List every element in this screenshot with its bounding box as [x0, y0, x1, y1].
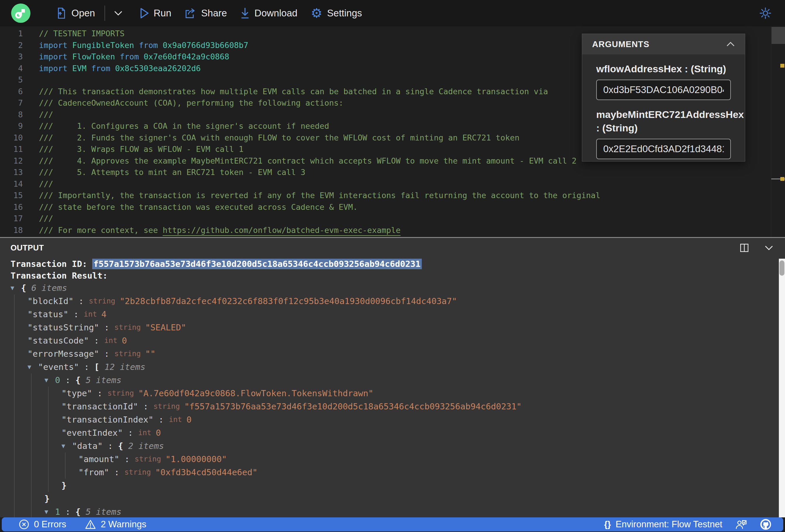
code-token: 0x7e60df042a9c0868 [144, 52, 229, 61]
share-button[interactable]: Share [185, 8, 227, 19]
output-token: "data" [72, 441, 103, 451]
output-token: string [107, 389, 138, 397]
output-token: 2 items [128, 441, 164, 451]
code-token: 0x8c5303eaa26202d6 [115, 64, 201, 73]
braces-icon: {} [604, 520, 611, 529]
output-token: 0 [156, 428, 161, 438]
transaction-id-row: Transaction ID: f557a1573b76aa53e73d46f3… [10, 258, 785, 270]
code-line: 15/// Importantly, the transaction is re… [0, 189, 785, 201]
output-token: int [169, 415, 186, 424]
output-token: "1.00000000" [166, 454, 227, 464]
editor-scrollbar[interactable] [771, 26, 785, 237]
chevron-up-icon[interactable] [726, 42, 735, 47]
feedback-icon[interactable] [735, 519, 747, 530]
output-token: : [60, 507, 75, 517]
indent-guide [45, 439, 61, 452]
settings-label: Settings [327, 8, 362, 19]
code-line: 13/// 5. Attempts to mint an ERC721 toke… [0, 167, 785, 178]
errors-status[interactable]: 0 Errors [19, 519, 66, 530]
tree-expander-icon[interactable]: ▼ [45, 377, 55, 384]
warning-mark [780, 177, 784, 181]
output-token: 4 [101, 309, 106, 319]
tree-expander-icon[interactable]: ▼ [10, 284, 21, 292]
transaction-id-value[interactable]: f557a1573b76aa53e73d46f3e10d200d5c18a653… [92, 259, 422, 269]
indent-guide [45, 400, 61, 413]
line-number: 7 [0, 97, 23, 109]
line-number: 18 [0, 224, 23, 236]
output-token: "errorMessage" [27, 349, 99, 359]
open-button[interactable]: Open [56, 7, 95, 19]
split-editor-icon[interactable] [739, 243, 749, 253]
output-row: "statusString" : string "SEALED" [10, 321, 785, 334]
indent-guide [45, 426, 61, 439]
output-row: ▼1 : { 5 items [10, 505, 785, 517]
output-panel: OUTPUT Transaction ID: f557a1573b76aa53e… [0, 238, 785, 517]
arguments-panel-header[interactable]: ARGUMENTS [582, 34, 745, 54]
tree-expander-icon[interactable]: ▼ [27, 363, 38, 371]
code-token: /// [39, 179, 53, 188]
indent-guide [10, 334, 27, 347]
output-row: "amount" : string "1.00000000" [10, 452, 785, 465]
file-open-icon [56, 7, 67, 19]
line-number: 1 [0, 28, 23, 40]
output-scrollbar[interactable] [779, 259, 785, 517]
arguments-panel: ARGUMENTS wflowAddressHex : (String) may… [582, 34, 745, 161]
run-button[interactable]: Run [140, 8, 172, 19]
indent-guide [61, 452, 78, 465]
code-link[interactable]: https://github.com/onflow/batched-evm-ex… [163, 226, 401, 235]
code-token: /// 3. Wraps FLOW as WFLOW - EVM call 1 [39, 145, 244, 154]
output-token: } [45, 494, 49, 504]
download-label: Download [254, 8, 297, 19]
toolbar: Open Run Share [0, 0, 785, 26]
indent-guide [10, 505, 27, 517]
argument-input-wflow-address[interactable] [596, 80, 731, 100]
chevron-down-icon[interactable] [764, 245, 773, 251]
warnings-status[interactable]: 2 Warnings [85, 519, 146, 530]
line-number: 16 [0, 201, 23, 213]
environment-status[interactable]: {} Environment: Flow Testnet [604, 519, 723, 530]
indent-guide [27, 452, 45, 465]
code-token: /// 1. Configures a COA in the signer's … [39, 122, 329, 130]
arguments-title: ARGUMENTS [592, 40, 650, 49]
line-number: 3 [0, 51, 23, 62]
tree-expander-icon[interactable]: ▼ [61, 442, 72, 450]
line-number: 2 [0, 40, 23, 51]
output-token: "transactionIndex" [61, 415, 153, 425]
argument-input-maybemint-address[interactable] [596, 139, 731, 159]
output-token: : [138, 402, 153, 411]
environment-label: Environment: Flow Testnet [615, 519, 723, 530]
output-token: : [99, 349, 114, 359]
github-icon[interactable] [760, 518, 771, 530]
warnings-label: 2 Warnings [101, 519, 146, 530]
output-token: "" [145, 349, 155, 359]
line-number: 12 [0, 155, 23, 167]
output-token: : [103, 441, 118, 451]
output-token: "from" [78, 467, 109, 477]
indent-guide [10, 452, 27, 465]
theme-toggle-button[interactable] [759, 7, 771, 19]
output-scrollbar-thumb[interactable] [780, 260, 784, 276]
code-token: import [39, 41, 72, 50]
download-button[interactable]: Download [240, 7, 297, 19]
open-dropdown-button[interactable] [114, 10, 123, 16]
output-token: "amount" [78, 454, 120, 464]
flow-logo[interactable] [11, 3, 30, 23]
output-token: { [76, 375, 86, 385]
indent-guide [10, 386, 27, 400]
indent-guide [10, 413, 27, 426]
indent-guide [27, 505, 45, 517]
output-token: int [138, 428, 156, 437]
output-token: string [115, 349, 145, 358]
tree-expander-icon[interactable]: ▼ [45, 508, 55, 515]
code-token: // TESTNET IMPORTS [39, 29, 125, 38]
code-token: /// Importantly, the transaction is reve… [39, 191, 600, 200]
output-token: string [153, 402, 184, 410]
output-token: 0 [122, 336, 127, 346]
output-token: : [120, 454, 135, 464]
settings-button[interactable]: ⚙ Settings [311, 8, 362, 19]
output-token: "type" [61, 388, 92, 398]
editor-scrollbar-thumb[interactable] [771, 27, 785, 44]
open-label: Open [71, 8, 95, 19]
output-token: "events" [38, 362, 79, 372]
line-number: 8 [0, 109, 23, 121]
